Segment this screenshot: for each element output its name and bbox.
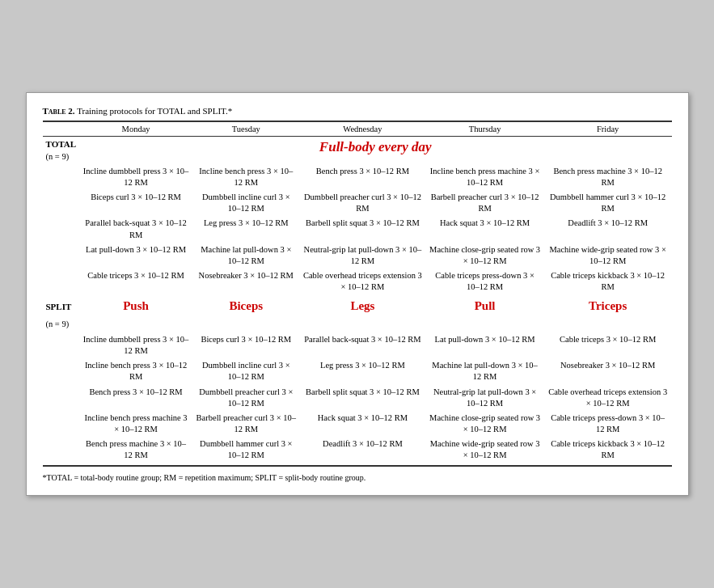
total-row1-tue: Incline bench press 3 × 10–12 RM <box>192 164 299 190</box>
col-header-empty <box>43 121 80 137</box>
col-header-friday: Friday <box>544 121 672 137</box>
split-label-cell: SPLIT (n = 9) <box>43 294 80 332</box>
split-row3-wed: Barbell split squat 3 × 10–12 RM <box>299 385 425 411</box>
col-header-monday: Monday <box>79 121 192 137</box>
total-row2-label <box>43 190 80 216</box>
total-row4-thu: Machine close-grip seated row 3 × 10–12 … <box>425 243 543 269</box>
split-row3-mon: Bench press 3 × 10–12 RM <box>79 385 192 411</box>
total-row5-mon: Cable triceps 3 × 10–12 RM <box>79 269 192 294</box>
total-n: (n = 9) <box>46 152 70 161</box>
total-row5-fri: Cable triceps kickback 3 × 10–12 RM <box>544 269 672 294</box>
total-row-3: Parallel back-squat 3 × 10–12 RM Leg pre… <box>43 216 672 242</box>
total-row4-label <box>43 243 80 269</box>
split-row2-thu: Machine lat pull-down 3 × 10–12 RM <box>425 358 543 384</box>
total-row1-label <box>43 164 80 190</box>
split-row5-mon: Bench press machine 3 × 10–12 RM <box>79 437 192 465</box>
split-row1-wed: Parallel back-squat 3 × 10–12 RM <box>299 332 425 358</box>
split-row4-tue: Barbell preacher curl 3 × 10–12 RM <box>192 411 299 437</box>
total-row5-tue: Nosebreaker 3 × 10–12 RM <box>192 269 299 294</box>
total-row4-mon: Lat pull-down 3 × 10–12 RM <box>79 243 192 269</box>
split-row1-thu: Lat pull-down 3 × 10–12 RM <box>425 332 543 358</box>
split-row4-fri: Cable triceps press-down 3 × 10–12 RM <box>544 411 672 437</box>
split-row5-fri: Cable triceps kickback 3 × 10–12 RM <box>544 437 672 465</box>
total-row-5: Cable triceps 3 × 10–12 RM Nosebreaker 3… <box>43 269 672 294</box>
split-thu-label: Pull <box>425 294 543 332</box>
total-row1-thu: Incline bench press machine 3 × 10–12 RM <box>425 164 543 190</box>
column-headers: Monday Tuesday Wednesday Thursday Friday <box>43 121 672 137</box>
split-row2-mon: Incline bench press 3 × 10–12 RM <box>79 358 192 384</box>
split-row2-tue: Dumbbell incline curl 3 × 10–12 RM <box>192 358 299 384</box>
total-row-2: Biceps curl 3 × 10–12 RM Dumbbell inclin… <box>43 190 672 216</box>
total-row-1: Incline dumbbell press 3 × 10–12 RM Incl… <box>43 164 672 190</box>
total-row2-tue: Dumbbell incline curl 3 × 10–12 RM <box>192 190 299 216</box>
total-label-cell: TOTAL (n = 9) <box>43 137 80 164</box>
col-header-thursday: Thursday <box>425 121 543 137</box>
split-row4-wed: Hack squat 3 × 10–12 RM <box>299 411 425 437</box>
split-row1-mon: Incline dumbbell press 3 × 10–12 RM <box>79 332 192 358</box>
split-row5-label <box>43 437 80 465</box>
total-row5-label <box>43 269 80 294</box>
total-row3-tue: Leg press 3 × 10–12 RM <box>192 216 299 242</box>
total-row4-fri: Machine wide-grip seated row 3 × 10–12 R… <box>544 243 672 269</box>
total-row3-mon: Parallel back-squat 3 × 10–12 RM <box>79 216 192 242</box>
split-mon-label: Push <box>79 294 192 332</box>
total-row4-tue: Machine lat pull-down 3 × 10–12 RM <box>192 243 299 269</box>
fullbody-header: Full-body every day <box>79 137 672 164</box>
page-container: Table 2. Training protocols for TOTAL an… <box>26 92 689 495</box>
total-row-4: Lat pull-down 3 × 10–12 RM Machine lat p… <box>43 243 672 269</box>
total-row2-mon: Biceps curl 3 × 10–12 RM <box>79 190 192 216</box>
total-row1-fri: Bench press machine 3 × 10–12 RM <box>544 164 672 190</box>
split-row-3: Bench press 3 × 10–12 RM Dumbbell preach… <box>43 385 672 411</box>
total-row1-wed: Bench press 3 × 10–12 RM <box>299 164 425 190</box>
split-row4-thu: Machine close-grip seated row 3 × 10–12 … <box>425 411 543 437</box>
split-row3-tue: Dumbbell preacher curl 3 × 10–12 RM <box>192 385 299 411</box>
total-row3-label <box>43 216 80 242</box>
col-header-tuesday: Tuesday <box>192 121 299 137</box>
split-fri-label: Triceps <box>544 294 672 332</box>
split-row5-wed: Deadlift 3 × 10–12 RM <box>299 437 425 465</box>
col-header-wednesday: Wednesday <box>299 121 425 137</box>
split-row-1: Incline dumbbell press 3 × 10–12 RM Bice… <box>43 332 672 358</box>
split-row2-wed: Leg press 3 × 10–12 RM <box>299 358 425 384</box>
total-row3-wed: Barbell split squat 3 × 10–12 RM <box>299 216 425 242</box>
footnote: *TOTAL = total-body routine group; RM = … <box>43 471 672 482</box>
total-row2-fri: Dumbbell hammer curl 3 × 10–12 RM <box>544 190 672 216</box>
split-n: (n = 9) <box>46 319 70 328</box>
total-row3-fri: Deadlift 3 × 10–12 RM <box>544 216 672 242</box>
split-row5-tue: Dumbbell hammer curl 3 × 10–12 RM <box>192 437 299 465</box>
split-row5-thu: Machine wide-grip seated row 3 × 10–12 R… <box>425 437 543 465</box>
split-row3-label <box>43 385 80 411</box>
total-row5-wed: Cable overhead triceps extension 3 × 10–… <box>299 269 425 294</box>
total-row5-thu: Cable triceps press-down 3 × 10–12 RM <box>425 269 543 294</box>
training-table: Monday Tuesday Wednesday Thursday Friday… <box>43 121 672 466</box>
total-row2-wed: Dumbbell preacher curl 3 × 10–12 RM <box>299 190 425 216</box>
split-row2-label <box>43 358 80 384</box>
split-row1-fri: Cable triceps 3 × 10–12 RM <box>544 332 672 358</box>
total-row2-thu: Barbell preacher curl 3 × 10–12 RM <box>425 190 543 216</box>
split-row-2: Incline bench press 3 × 10–12 RM Dumbbel… <box>43 358 672 384</box>
split-tue-label: Biceps <box>192 294 299 332</box>
split-row4-mon: Incline bench press machine 3 × 10–12 RM <box>79 411 192 437</box>
total-row4-wed: Neutral-grip lat pull-down 3 × 10–12 RM <box>299 243 425 269</box>
split-row1-label <box>43 332 80 358</box>
split-labels-row: SPLIT (n = 9) Push Biceps Legs Pull Tric… <box>43 294 672 332</box>
total-label: TOTAL <box>46 139 77 149</box>
split-wed-label: Legs <box>299 294 425 332</box>
split-row1-tue: Biceps curl 3 × 10–12 RM <box>192 332 299 358</box>
table-title: Table 2. Training protocols for TOTAL an… <box>43 106 672 116</box>
split-row-4: Incline bench press machine 3 × 10–12 RM… <box>43 411 672 437</box>
split-row3-thu: Neutral-grip lat pull-down 3 × 10–12 RM <box>425 385 543 411</box>
split-row-5: Bench press machine 3 × 10–12 RM Dumbbel… <box>43 437 672 465</box>
table-label: Table 2. <box>43 106 75 116</box>
split-label: SPLIT <box>46 302 72 311</box>
total-row1-mon: Incline dumbbell press 3 × 10–12 RM <box>79 164 192 190</box>
split-row2-fri: Nosebreaker 3 × 10–12 RM <box>544 358 672 384</box>
total-fullbody-row: TOTAL (n = 9) Full-body every day <box>43 137 672 164</box>
split-row4-label <box>43 411 80 437</box>
total-row3-thu: Hack squat 3 × 10–12 RM <box>425 216 543 242</box>
split-row3-fri: Cable overhead triceps extension 3 × 10–… <box>544 385 672 411</box>
